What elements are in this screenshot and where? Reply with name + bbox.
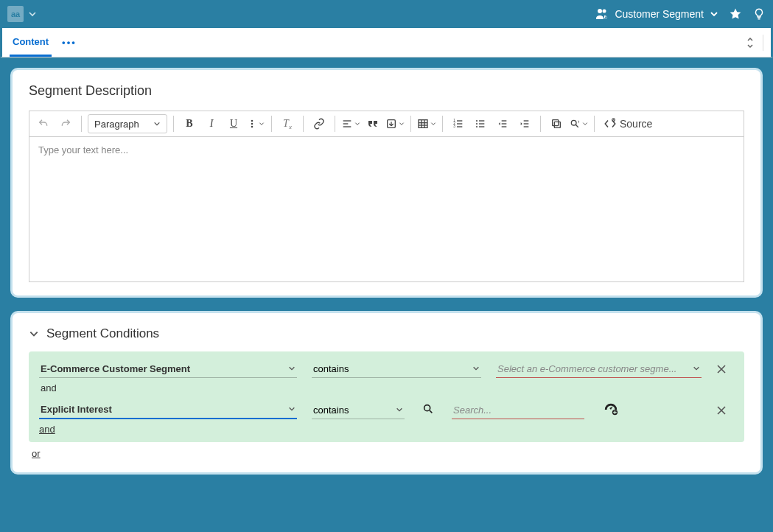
svg-line-41 — [430, 410, 432, 413]
svg-point-1 — [603, 10, 606, 13]
condition-row — [39, 401, 734, 419]
svg-point-5 — [251, 126, 253, 128]
value-search-input[interactable] — [452, 402, 584, 419]
underline-button[interactable]: U — [224, 114, 243, 133]
app-header: aa Customer Segment — [0, 0, 773, 28]
and-group: and — [29, 351, 744, 442]
insert-button[interactable] — [385, 114, 405, 133]
chevron-down-icon[interactable] — [29, 329, 39, 339]
svg-rect-10 — [419, 120, 427, 128]
field-select[interactable] — [39, 401, 297, 419]
add-or-button[interactable]: or — [32, 448, 41, 459]
segment-type-label: Customer Segment — [615, 8, 704, 20]
indent-button[interactable] — [515, 114, 534, 133]
rich-text-editor: Paragraph B I U Tx — [29, 111, 744, 282]
svg-point-35 — [571, 120, 576, 125]
editor-toolbar: Paragraph B I U Tx — [29, 111, 744, 137]
tab-content[interactable]: Content — [10, 29, 52, 57]
svg-rect-33 — [554, 122, 560, 127]
and-connector: and — [41, 382, 734, 393]
tab-bar: Content ••• — [0, 28, 773, 57]
svg-point-40 — [424, 405, 430, 411]
add-and-button[interactable]: and — [39, 424, 55, 435]
more-text-button[interactable] — [246, 114, 265, 133]
svg-point-3 — [251, 120, 253, 122]
editor-placeholder: Type your text here... — [38, 144, 128, 155]
svg-point-0 — [598, 9, 602, 13]
tab-more[interactable]: ••• — [57, 32, 81, 52]
bold-button[interactable]: B — [180, 114, 199, 133]
undo-button[interactable] — [34, 114, 53, 133]
link-button[interactable] — [309, 114, 329, 133]
star-icon[interactable] — [729, 7, 742, 21]
operator-select[interactable] — [312, 402, 405, 419]
svg-point-4 — [251, 123, 253, 125]
align-button[interactable] — [341, 114, 360, 133]
chevron-down-icon — [710, 10, 718, 18]
chevron-down-icon[interactable] — [28, 10, 37, 18]
find-replace-button[interactable] — [569, 114, 588, 133]
redo-button[interactable] — [56, 114, 75, 133]
svg-point-24 — [476, 120, 478, 122]
editor-textarea[interactable]: Type your text here... — [29, 137, 744, 281]
quote-button[interactable] — [363, 114, 382, 133]
italic-button[interactable]: I — [202, 114, 221, 133]
source-button[interactable]: Source — [601, 114, 655, 133]
copy-button[interactable] — [547, 114, 566, 133]
segment-type-dropdown[interactable]: Customer Segment — [595, 8, 718, 20]
svg-point-25 — [476, 123, 478, 125]
bullet-list-button[interactable] — [471, 114, 490, 133]
remove-row-button[interactable] — [716, 364, 734, 374]
numbered-list-button[interactable]: 123 — [449, 114, 468, 133]
conditions-card: Segment Conditions — [10, 311, 763, 475]
conditions-title: Segment Conditions — [46, 326, 159, 341]
people-icon — [595, 8, 609, 20]
gauge-add-icon[interactable] — [603, 402, 619, 416]
clear-format-button[interactable]: Tx — [278, 114, 297, 133]
description-card: Segment Description Paragraph — [10, 68, 763, 298]
field-select[interactable] — [39, 360, 297, 378]
chevron-down-icon — [153, 120, 161, 127]
svg-point-2 — [606, 16, 608, 18]
lightbulb-icon[interactable] — [752, 7, 766, 21]
value-select[interactable] — [496, 360, 702, 378]
svg-line-36 — [576, 125, 578, 127]
description-title: Segment Description — [29, 83, 744, 99]
collapse-up-down-icon[interactable] — [745, 35, 755, 50]
search-icon[interactable] — [422, 403, 434, 415]
remove-row-button[interactable] — [716, 405, 734, 416]
svg-rect-34 — [553, 120, 559, 126]
condition-row — [39, 360, 734, 378]
table-button[interactable] — [417, 114, 436, 133]
svg-point-26 — [476, 126, 478, 127]
operator-select[interactable] — [312, 360, 481, 378]
app-logo: aa — [7, 6, 24, 22]
outdent-button[interactable] — [493, 114, 512, 133]
paragraph-style-select[interactable]: Paragraph — [88, 114, 167, 133]
svg-text:3: 3 — [453, 125, 455, 128]
